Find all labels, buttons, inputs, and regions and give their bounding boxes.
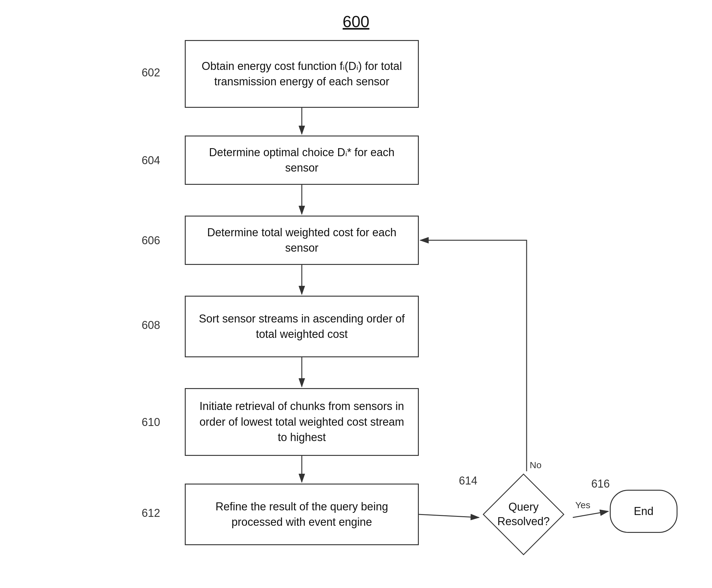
step-602-label: 602	[142, 66, 160, 79]
step-616-text: End	[634, 505, 653, 518]
svg-line-6	[419, 514, 479, 518]
svg-text:No: No	[530, 460, 541, 470]
step-602-text: Obtain energy cost function fᵢ(Dᵢ) for t…	[195, 59, 409, 90]
step-610-label: 610	[142, 416, 160, 429]
step-606-text: Determine total weighted cost for each s…	[195, 225, 409, 256]
step-608-box: Sort sensor streams in ascending order o…	[185, 296, 419, 357]
step-602-box: Obtain energy cost function fᵢ(Dᵢ) for t…	[185, 40, 419, 108]
step-616-oval: End	[610, 490, 677, 533]
step-606-label: 606	[142, 234, 160, 247]
diagram-container: 600 No Yes Obtain energy cost function	[0, 0, 712, 588]
step-604-text: Determine optimal choice Dᵢ* for each se…	[195, 145, 409, 176]
step-610-text: Initiate retrieval of chunks from sensor…	[195, 399, 409, 445]
step-610-box: Initiate retrieval of chunks from sensor…	[185, 388, 419, 456]
step-614-label-text: Query Resolved?	[480, 471, 567, 558]
step-614-number: 614	[459, 474, 477, 487]
step-612-label: 612	[142, 507, 160, 520]
step-612-box: Refine the result of the query being pro…	[185, 484, 419, 545]
step-604-box: Determine optimal choice Dᵢ* for each se…	[185, 135, 419, 185]
step-604-label: 604	[142, 154, 160, 167]
svg-text:Yes: Yes	[575, 500, 590, 510]
step-608-text: Sort sensor streams in ascending order o…	[195, 311, 409, 342]
step-606-box: Determine total weighted cost for each s…	[185, 216, 419, 265]
step-616-label: 616	[591, 478, 610, 490]
step-612-text: Refine the result of the query being pro…	[195, 499, 409, 530]
step-608-label: 608	[142, 319, 160, 332]
diagram-title: 600	[343, 12, 370, 31]
svg-line-7	[573, 511, 608, 518]
